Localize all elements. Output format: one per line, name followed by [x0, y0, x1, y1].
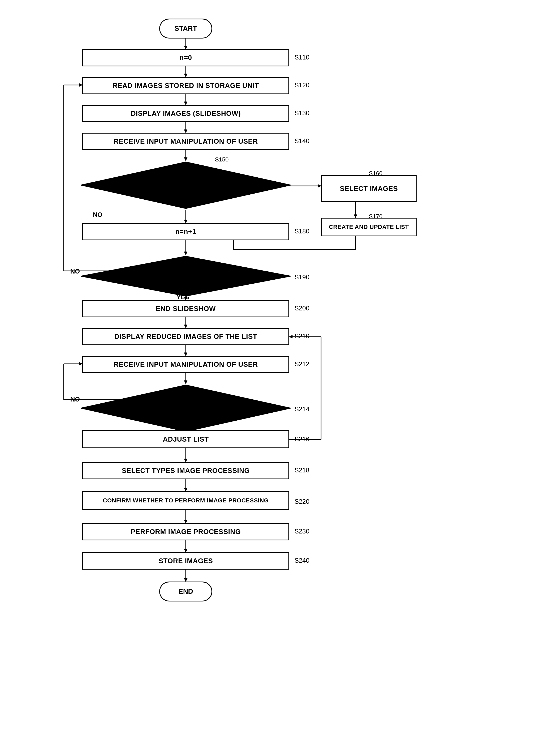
s140-box: RECEIVE INPUT MANIPULATION OF USER	[82, 133, 289, 150]
start-node: START	[159, 18, 212, 39]
s180-box: n=n+1	[82, 223, 289, 240]
s214-label: S214	[294, 406, 309, 413]
s160-label: S160	[369, 170, 383, 177]
s140-label: S140	[294, 137, 309, 145]
s212-box: RECEIVE INPUT MANIPULATION OF USER	[82, 356, 289, 373]
s218-box: SELECT TYPES IMAGE PROCESSING	[82, 462, 289, 479]
s150-label: S150	[215, 156, 228, 163]
s190-label: S190	[294, 273, 309, 281]
s230-box: PERFORM IMAGE PROCESSING	[82, 523, 289, 540]
svg-marker-43	[289, 335, 292, 338]
svg-marker-53	[184, 578, 187, 582]
s230-text: PERFORM IMAGE PROCESSING	[131, 528, 241, 536]
s160-box: SELECT IMAGES	[321, 175, 417, 202]
s180-text: n=n+1	[175, 228, 196, 236]
s240-box: STORE IMAGES	[82, 552, 289, 570]
s130-box: DISPLAY IMAGES (SLIDESHOW)	[82, 105, 289, 122]
s240-text: STORE IMAGES	[159, 557, 213, 565]
s180-label: S180	[294, 228, 309, 235]
s150-yes-label: YES	[242, 182, 254, 189]
s190-text: n≥m ?	[177, 272, 195, 280]
svg-marker-27	[79, 83, 82, 87]
s150-no-label: NO	[93, 211, 102, 219]
svg-marker-11	[318, 184, 321, 188]
s120-box: READ IMAGES STORED IN STORAGE UNIT	[82, 77, 289, 94]
s170-box: CREATE AND UPDATE LIST	[321, 218, 417, 236]
svg-marker-9	[184, 158, 187, 161]
flowchart-diagram: START n=0 S110 READ IMAGES STORED IN STO…	[29, 11, 507, 743]
s110-label: S110	[294, 54, 309, 61]
s212-text: RECEIVE INPUT MANIPULATION OF USER	[114, 360, 258, 369]
s210-box: DISPLAY REDUCED IMAGES OF THE LIST	[82, 328, 289, 345]
s210-text: DISPLAY REDUCED IMAGES OF THE LIST	[115, 333, 257, 341]
svg-marker-51	[184, 549, 187, 552]
svg-marker-31	[184, 353, 187, 356]
svg-marker-39	[79, 362, 82, 365]
s200-text: END SLIDESHOW	[156, 305, 216, 313]
s200-label: S200	[294, 305, 309, 312]
s110-box: n=0	[82, 49, 289, 66]
s210-label: S210	[294, 333, 309, 340]
s150-text: IS INPUT MANIPULATION OF USER RECEIVED?	[159, 169, 213, 201]
s130-text: DISPLAY IMAGES (SLIDESHOW)	[131, 109, 241, 118]
svg-marker-3	[184, 74, 187, 77]
s190-diamond: n≥m ?	[80, 255, 292, 297]
end-node: END	[159, 582, 212, 601]
s170-text: CREATE AND UPDATE LIST	[329, 224, 409, 231]
s216-box: ADJUST LIST	[82, 430, 289, 448]
s160-text: SELECT IMAGES	[340, 185, 398, 193]
svg-marker-13	[354, 215, 357, 218]
svg-marker-7	[184, 129, 187, 133]
s110-text: n=0	[179, 54, 192, 62]
svg-marker-19	[184, 220, 187, 223]
svg-marker-49	[184, 520, 187, 523]
svg-marker-45	[184, 459, 187, 462]
svg-marker-1	[184, 46, 187, 49]
s216-text: ADJUST LIST	[163, 435, 209, 444]
s190-yes-label: YES	[177, 293, 189, 301]
s214-text: IS INPUT MANIPULATION OF USER RECEIVED?	[159, 392, 213, 424]
start-label: START	[175, 24, 197, 33]
svg-marker-5	[184, 102, 187, 105]
svg-marker-21	[184, 252, 187, 255]
s216-label: S216	[294, 436, 309, 443]
s240-label: S240	[294, 557, 309, 564]
svg-marker-47	[184, 488, 187, 491]
s218-label: S218	[294, 467, 309, 474]
s170-label: S170	[369, 213, 383, 220]
s190-no-label: NO	[70, 268, 80, 275]
s150-diamond: IS INPUT MANIPULATION OF USER RECEIVED?	[80, 161, 292, 210]
svg-marker-33	[184, 380, 187, 384]
s130-label: S130	[294, 109, 309, 117]
s220-label: S220	[294, 498, 309, 505]
svg-marker-29	[184, 325, 187, 328]
s120-text: READ IMAGES STORED IN STORAGE UNIT	[113, 82, 259, 90]
s218-text: SELECT TYPES IMAGE PROCESSING	[122, 467, 250, 475]
s200-box: END SLIDESHOW	[82, 300, 289, 317]
s212-label: S212	[294, 360, 309, 368]
end-label: END	[179, 587, 193, 595]
s214-no-label: NO	[70, 396, 80, 403]
s220-box: CONFIRM WHETHER TO PERFORM IMAGE PROCESS…	[82, 491, 289, 510]
s140-text: RECEIVE INPUT MANIPULATION OF USER	[114, 137, 258, 146]
s120-label: S120	[294, 82, 309, 89]
s230-label: S230	[294, 528, 309, 535]
s220-text: CONFIRM WHETHER TO PERFORM IMAGE PROCESS…	[103, 497, 269, 504]
